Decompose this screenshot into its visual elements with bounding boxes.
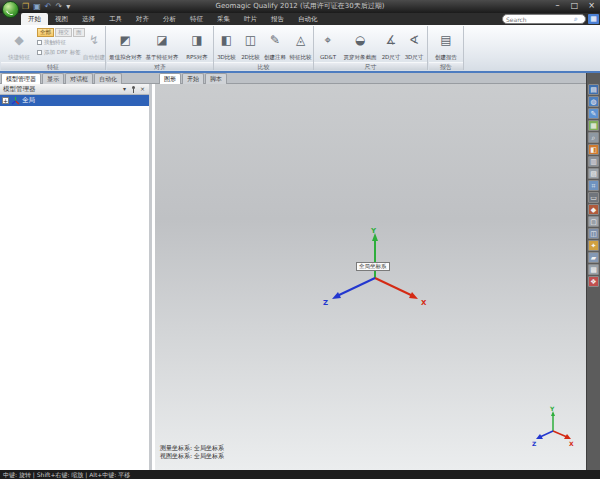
ruler-tool-icon[interactable]: ⌗ [588,180,599,191]
panel-title: 模型管理器 [3,85,36,94]
tab-start[interactable]: 开始 [21,13,48,25]
chart-tool-icon[interactable]: ◧ [588,144,599,155]
create-annotation-button[interactable]: ✎ 创建注释 [263,26,287,61]
tab-script[interactable]: 脚本 [205,73,227,84]
mesh-tool-icon[interactable]: ▨ [588,168,599,179]
pencil-tool-icon[interactable]: ✎ [588,108,599,119]
auto-create-button[interactable]: ↯ 自动创建 [83,26,105,61]
gdt-button[interactable]: ⌖ GD&T [316,26,340,61]
panel-tool-icon[interactable]: ▰ [588,252,599,263]
sphere-tool-icon[interactable]: ◍ [588,96,599,107]
frame-tool-icon[interactable]: ▢ [588,216,599,227]
best-fit-alignment-button[interactable]: ◩ 最佳拟合对齐 [108,26,143,61]
graphics-viewport[interactable]: Y X Z 全局坐标系 测量坐标系: 全局坐标系 视图坐标系: 全局坐标系 Y … [155,84,586,470]
tab-automation-panel[interactable]: 自动化 [94,73,122,84]
minimize-button[interactable]: – [549,0,566,13]
search-icon[interactable]: ⌕ [574,15,578,23]
auto-create-icon: ↯ [89,26,99,54]
tab-blade[interactable]: 叶片 [237,13,264,25]
tab-automation[interactable]: 自动化 [291,13,325,25]
window-tool-icon[interactable]: ▤ [588,84,599,95]
undo-icon[interactable]: ↶ [45,0,52,13]
axis-z-label: Z [323,299,328,307]
mode-all-button[interactable]: 全部 [37,28,54,37]
tab-dialog[interactable]: 对话框 [65,73,93,84]
panel-close-icon[interactable]: × [138,84,147,94]
tree-expander-icon[interactable]: + [2,97,9,104]
redo-icon[interactable]: ↷ [55,0,62,13]
search-input[interactable] [506,16,574,23]
ribbon-group-dimension: ⌖ GD&T ◒ 贯穿对象截面 ∡ 2D尺寸 ∢ 3D尺寸 尺寸 [314,26,428,70]
dimension-3d-icon: ∢ [409,26,419,54]
feature-compare-button[interactable]: ◬ 特征比较 [288,26,313,61]
magnifier-tool-icon[interactable]: ⌕ [588,132,599,143]
layers-tool-icon[interactable]: ◫ [588,228,599,239]
stamp-tool-icon[interactable]: ◆ [588,204,599,215]
spark-tool-icon[interactable]: ✦ [588,240,599,251]
tab-capture[interactable]: 采集 [210,13,237,25]
compare-2d-button[interactable]: ◫ 2D比较 [239,26,262,61]
search-box[interactable]: ⌕ [502,14,586,24]
rps-alignment-button[interactable]: ◨ RPS对齐 [182,26,212,61]
mini-axis-x-label: X [569,440,574,446]
tab-graphics[interactable]: 图形 [159,73,181,84]
feature-based-alignment-button[interactable]: ◪ 基于特征对齐 [144,26,180,61]
coordinate-system-info: 测量坐标系: 全局坐标系 视图坐标系: 全局坐标系 [160,444,224,460]
mode-intersect-button[interactable]: 相交 [55,28,72,37]
left-panel-tabs: 模型管理器 显示 对话框 自动化 [1,73,122,84]
close-button[interactable]: × [583,0,600,13]
compare-2d-icon: ◫ [245,26,256,54]
dimension-3d-button[interactable]: ∢ 3D尺寸 [403,26,425,61]
create-report-button[interactable]: ▤ 创建报告 [431,26,461,61]
group-caption-features: 特征 [1,62,105,70]
group-caption-align: 对齐 [107,62,213,70]
group-caption-dimension: 尺寸 [314,62,427,70]
panel-tab-row: 模型管理器 显示 对话框 自动化 图形 开始 脚本 [0,73,600,84]
dimension-2d-button[interactable]: ∡ 2D尺寸 [380,26,402,61]
open-icon[interactable]: ❐ [22,0,29,13]
panel-header: 模型管理器 ▾ × [0,84,149,95]
tab-report[interactable]: 报告 [264,13,291,25]
tab-view[interactable]: 视图 [48,13,75,25]
grid-tool-icon[interactable]: ▦ [588,120,599,131]
ribbon-group-compare: ◧ 3D比较 ◫ 2D比较 ✎ 创建注释 ◬ 特征比较 比较 [214,26,314,70]
chevron-down-icon[interactable]: ▾ [120,84,129,94]
workspace-icon[interactable]: ▦ [588,14,599,24]
group-caption-compare: 比较 [214,62,313,70]
maximize-button[interactable]: □ [566,0,583,13]
quick-feature-icon: ◆ [14,26,23,54]
contact-feature-checkbox[interactable] [37,40,42,45]
tab-start-view[interactable]: 开始 [182,73,204,84]
view-orientation-triad: Y X Z [532,404,576,446]
customize-quick-access-icon[interactable]: ▾ [66,0,70,13]
add-drf-label-checkbox[interactable] [37,50,42,55]
tab-display[interactable]: 显示 [42,73,64,84]
tab-tools[interactable]: 工具 [102,13,129,25]
save-icon[interactable]: ▣ [33,0,41,13]
axis-x-label: X [421,299,427,307]
dimension-2d-icon: ∡ [386,26,397,54]
tab-analysis[interactable]: 分析 [156,13,183,25]
status-bar: 中键: 旋转 | Shift+右键: 缩放 | Alt+中键: 平移 [0,470,600,479]
tab-align[interactable]: 对齐 [129,13,156,25]
window-controls: – □ × [549,0,600,13]
compare-3d-button[interactable]: ◧ 3D比较 [215,26,238,61]
paint-tool-icon[interactable]: ❖ [588,276,599,287]
create-report-icon: ▤ [440,26,451,54]
tab-model-manager[interactable]: 模型管理器 [1,73,41,84]
geomagic-logo-icon[interactable] [2,1,19,18]
rect-tool-icon[interactable]: ▭ [588,192,599,203]
quick-feature-button[interactable]: ◆ 快捷特征 [3,26,35,61]
ribbon-group-report: ▤ 创建报告 报告 [429,26,464,70]
x-arrowhead [409,292,418,299]
ribbon-group-features: ◆ 快捷特征 全部 相交 面 接触特征 添加 DRF 标签 ↯ 自动创建 特征 [1,26,106,70]
tab-features[interactable]: 特征 [183,13,210,25]
through-object-section-button[interactable]: ◒ 贯穿对象截面 [341,26,379,61]
tab-select[interactable]: 选择 [75,13,102,25]
ribbon-group-align: ◩ 最佳拟合对齐 ◪ 基于特征对齐 ◨ RPS对齐 对齐 [107,26,214,70]
tree-item-global[interactable]: + 全局 [0,95,149,106]
cube-tool-icon[interactable]: ▥ [588,156,599,167]
hatch-tool-icon[interactable]: ▩ [588,264,599,275]
pin-icon[interactable] [129,84,138,94]
ribbon-tabs: 开始 视图 选择 工具 对齐 分析 特征 采集 叶片 报告 自动化 [21,13,325,25]
